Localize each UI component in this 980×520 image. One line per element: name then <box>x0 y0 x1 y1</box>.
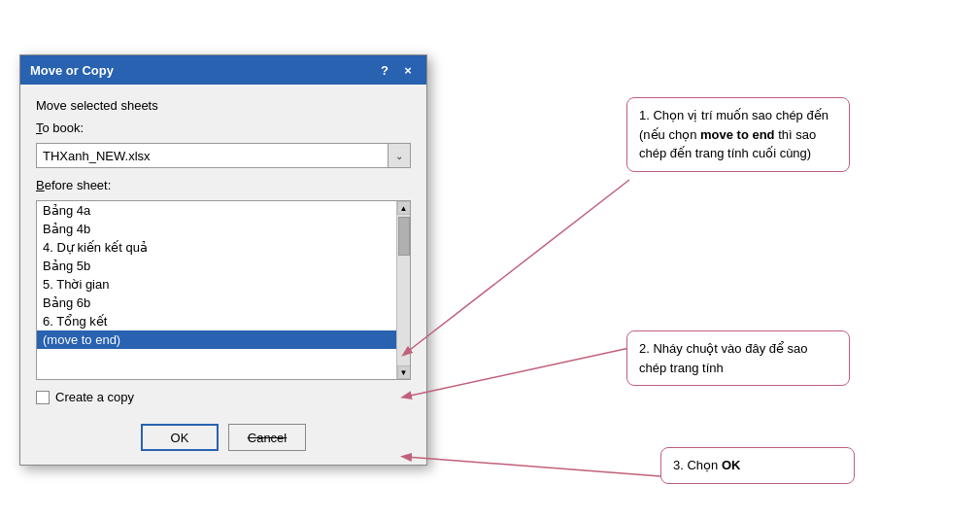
to-book-label: To book: <box>36 121 411 135</box>
listbox-item[interactable]: 6. Tổng kết <box>37 312 396 330</box>
dialog-title-bar: Move or Copy ? × <box>20 55 426 85</box>
scrollbar-track: ▲ ▼ <box>396 201 410 379</box>
listbox-item[interactable]: 4. Dự kiến kết quả <box>37 238 396 257</box>
close-button[interactable]: × <box>399 61 417 79</box>
before-sheet-underline: B <box>36 178 45 192</box>
svg-line-0 <box>406 180 629 353</box>
listbox-container: Bảng 4aBảng 4b4. Dự kiến kết quảBảng 5b5… <box>36 200 411 380</box>
create-copy-label: Create a copy <box>55 390 134 404</box>
dialog-title: Move or Copy <box>30 63 114 78</box>
listbox-item[interactable]: Bảng 4b <box>37 220 396 238</box>
listbox-item[interactable]: Bảng 6b <box>37 294 396 312</box>
listbox-item[interactable]: Bảng 5b <box>37 257 396 275</box>
callout-1: 1. Chọn vị trí muốn sao chép đến (nếu ch… <box>626 97 850 172</box>
to-book-dropdown[interactable]: ⌄ <box>36 143 411 168</box>
to-book-dropdown-btn[interactable]: ⌄ <box>388 143 411 168</box>
callout-3: 3. Chọn OK <box>660 447 855 484</box>
listbox-item[interactable]: (move to end) <box>37 330 396 349</box>
listbox-item[interactable]: Bảng 4a <box>37 201 396 220</box>
listbox-item[interactable]: 5. Thời gian <box>37 275 396 294</box>
dialog-footer: OK Cancel <box>20 414 426 465</box>
scrollbar-thumb[interactable] <box>398 217 410 256</box>
scroll-down-arrow[interactable]: ▼ <box>397 365 411 379</box>
move-selected-label: Move selected sheets <box>36 98 411 113</box>
ok-button[interactable]: OK <box>141 424 219 451</box>
create-copy-row: Create a copy <box>36 390 411 404</box>
help-button[interactable]: ? <box>376 61 393 79</box>
dialog-body: Move selected sheets To book: ⌄ Before s… <box>20 85 426 414</box>
sheet-listbox[interactable]: Bảng 4aBảng 4b4. Dự kiến kết quảBảng 5b5… <box>37 201 396 379</box>
to-book-input[interactable] <box>36 143 388 168</box>
callout-2: 2. Nháy chuột vào đây để sao chép trang … <box>626 330 850 386</box>
move-or-copy-dialog: Move or Copy ? × Move selected sheets To… <box>19 54 427 466</box>
title-left: Move or Copy <box>30 63 114 78</box>
create-copy-checkbox[interactable] <box>36 391 50 404</box>
svg-line-2 <box>406 457 660 476</box>
scroll-up-arrow[interactable]: ▲ <box>397 201 411 215</box>
svg-line-1 <box>406 348 629 397</box>
cancel-button[interactable]: Cancel <box>228 424 306 451</box>
title-controls: ? × <box>376 61 417 79</box>
before-sheet-label: Before sheet: <box>36 178 411 192</box>
